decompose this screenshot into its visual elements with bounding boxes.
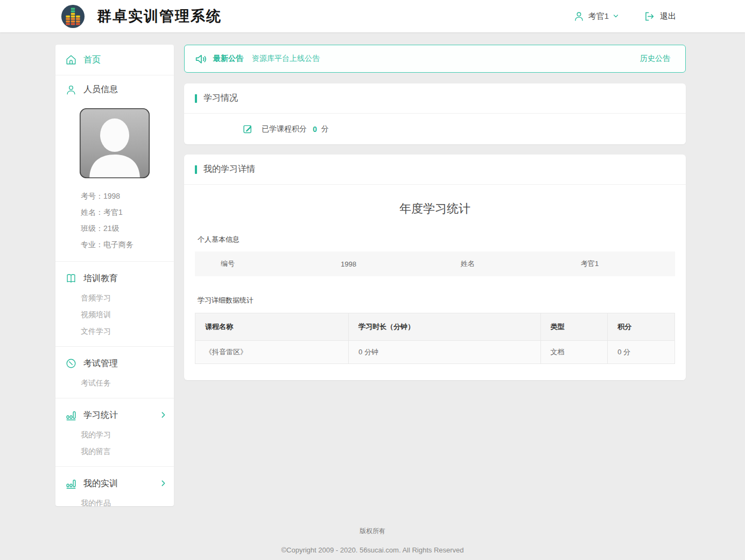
sidebar-item-my-practice[interactable]: 我的实训 xyxy=(55,472,174,495)
score-value: 0 xyxy=(313,125,317,134)
main-content: 最新公告 资源库平台上线公告 历史公告 学习情况 已学课程积分 0 分 我的学习… xyxy=(184,45,686,380)
table-header-row: 课程名称 学习时长（分钟） 类型 积分 xyxy=(195,313,675,341)
annual-stats-heading: 年度学习统计 xyxy=(195,185,675,217)
announcement-bar: 最新公告 资源库平台上线公告 历史公告 xyxy=(184,45,686,73)
column-header-score: 积分 xyxy=(608,313,675,341)
profile-class: 班级：21级 xyxy=(81,220,174,236)
basic-info-label: 个人基本信息 xyxy=(198,235,675,244)
sidebar-item-label: 培训教育 xyxy=(83,273,118,284)
sidebar-group-practice: 我的实训 我的作品 作品列表 xyxy=(55,467,174,506)
cell-score: 0 分 xyxy=(608,341,675,364)
card-header: 学习情况 xyxy=(184,83,686,114)
learning-detail-card: 我的学习详情 年度学习统计 个人基本信息 编号 1998 姓名 考官1 学习详细… xyxy=(184,155,686,380)
bar-chart-icon xyxy=(65,478,77,489)
table-row: 《抖音雷区》 0 分钟 文档 0 分 xyxy=(195,341,675,364)
sidebar-item-my-messages[interactable]: 我的留言 xyxy=(55,443,174,460)
user-name: 考官1 xyxy=(588,11,609,22)
footer: 版权所有 ©Copyright 2009 - 2020. 56sucai.com… xyxy=(0,527,745,554)
sidebar-item-home[interactable]: 首页 xyxy=(55,45,174,75)
cell-type: 文档 xyxy=(540,341,608,364)
chevron-right-icon xyxy=(160,480,167,487)
bar-chart-icon xyxy=(65,409,77,421)
column-header-duration: 学习时长（分钟） xyxy=(349,313,540,341)
sidebar-item-my-learning[interactable]: 我的学习 xyxy=(55,426,174,443)
detail-stats-label: 学习详细数据统计 xyxy=(198,296,675,305)
book-icon xyxy=(65,272,77,284)
logout-button[interactable]: 退出 xyxy=(644,11,676,22)
avatar xyxy=(80,108,150,178)
column-header-type: 类型 xyxy=(540,313,608,341)
speaker-icon xyxy=(194,52,208,66)
user-icon xyxy=(573,11,585,22)
app-logo-icon xyxy=(61,4,85,29)
score-label: 已学课程积分 xyxy=(262,124,307,134)
sidebar-item-my-works[interactable]: 我的作品 xyxy=(55,495,174,506)
copyright-text: ©Copyright 2009 - 2020. 56sucai.com. All… xyxy=(0,546,745,554)
chevron-right-icon xyxy=(160,411,167,418)
header-actions: 考官1 退出 xyxy=(573,11,676,22)
card-header: 我的学习详情 xyxy=(184,155,686,185)
history-announcements-link[interactable]: 历史公告 xyxy=(640,54,670,64)
column-header-course: 课程名称 xyxy=(195,313,349,341)
sidebar-item-label: 我的实训 xyxy=(83,478,118,489)
app-header: 群卓实训管理系统 考官1 退出 xyxy=(0,0,745,32)
score-unit: 分 xyxy=(321,124,329,134)
profile-major: 专业：电子商务 xyxy=(81,236,174,253)
person-icon xyxy=(65,84,77,96)
cell-course-name: 《抖音雷区》 xyxy=(195,341,349,364)
sidebar-group-exam: 考试管理 考试任务 xyxy=(55,347,174,398)
brand: 群卓实训管理系统 xyxy=(61,4,222,29)
logout-label: 退出 xyxy=(660,11,676,22)
sidebar-item-label: 人员信息 xyxy=(83,84,118,95)
accent-bar xyxy=(195,165,197,174)
sidebar-item-person-info[interactable]: 人员信息 xyxy=(55,75,174,104)
sidebar-item-training[interactable]: 培训教育 xyxy=(55,267,174,290)
clock-icon xyxy=(65,358,77,369)
logout-icon xyxy=(644,11,655,22)
sidebar-item-video-training[interactable]: 视频培训 xyxy=(55,306,174,323)
card-title: 学习情况 xyxy=(203,93,238,104)
sidebar-item-label: 首页 xyxy=(83,54,101,66)
learning-detail-table: 课程名称 学习时长（分钟） 类型 积分 《抖音雷区》 0 分钟 文档 0 分 xyxy=(195,313,675,364)
sidebar-item-label: 学习统计 xyxy=(83,410,118,421)
sidebar-group-training: 培训教育 音频学习 视频培训 文件学习 xyxy=(55,262,174,347)
latest-announcement-label: 最新公告 xyxy=(213,54,243,64)
id-label: 编号 xyxy=(195,259,315,269)
name-value: 考官1 xyxy=(555,259,675,269)
sidebar-item-label: 考试管理 xyxy=(83,358,118,369)
cell-duration: 0 分钟 xyxy=(349,341,540,364)
sidebar-group-stats: 学习统计 我的学习 我的留言 xyxy=(55,398,174,467)
id-value: 1998 xyxy=(315,260,435,268)
card-title: 我的学习详情 xyxy=(203,164,255,175)
chevron-down-icon xyxy=(613,13,619,19)
user-menu[interactable]: 考官1 xyxy=(573,11,619,22)
announcement-link[interactable]: 资源库平台上线公告 xyxy=(252,54,320,64)
learning-status-card: 学习情况 已学课程积分 0 分 xyxy=(184,83,686,144)
copyright-label: 版权所有 xyxy=(0,527,745,536)
profile-name: 姓名：考官1 xyxy=(81,204,174,220)
learning-status-body: 已学课程积分 0 分 xyxy=(184,114,686,144)
profile-info: 考号：1998 姓名：考官1 班级：21级 专业：电子商务 xyxy=(55,187,174,262)
sidebar-item-audio-study[interactable]: 音频学习 xyxy=(55,290,174,306)
sidebar-item-learning-stats[interactable]: 学习统计 xyxy=(55,404,174,426)
page-title: 群卓实训管理系统 xyxy=(97,6,222,26)
sidebar-item-exam-management[interactable]: 考试管理 xyxy=(55,352,174,375)
profile-exam-no: 考号：1998 xyxy=(81,188,174,204)
basic-info-row: 编号 1998 姓名 考官1 xyxy=(195,251,675,276)
name-label: 姓名 xyxy=(435,259,555,269)
sidebar-item-file-study[interactable]: 文件学习 xyxy=(55,323,174,340)
sidebar: 首页 人员信息 考号：1998 xyxy=(55,45,174,506)
home-icon xyxy=(65,54,77,66)
accent-bar xyxy=(195,94,197,103)
learning-detail-body: 年度学习统计 个人基本信息 编号 1998 姓名 考官1 学习详细数据统计 课程… xyxy=(184,185,686,380)
sidebar-item-exam-tasks[interactable]: 考试任务 xyxy=(55,375,174,391)
edit-icon xyxy=(242,123,254,135)
